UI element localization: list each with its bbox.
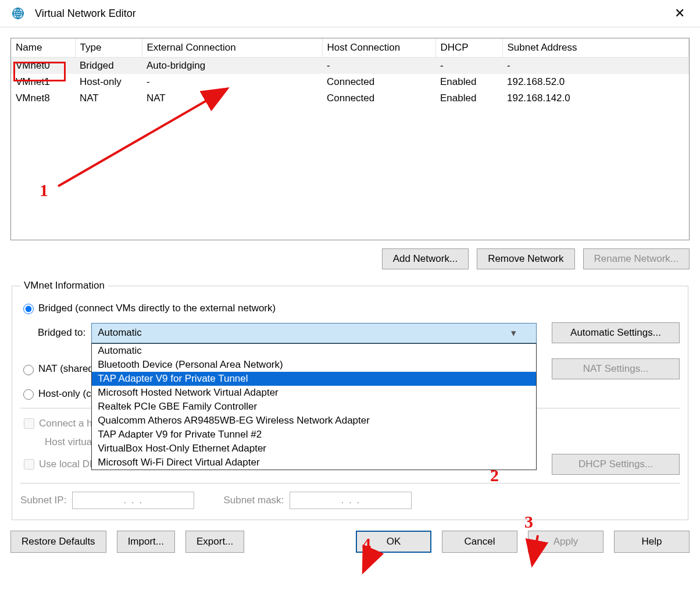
remove-network-button[interactable]: Remove Network bbox=[477, 248, 574, 269]
radio-nat[interactable] bbox=[23, 365, 34, 375]
automatic-settings-button[interactable]: Automatic Settings... bbox=[552, 322, 680, 343]
nat-settings-button: NAT Settings... bbox=[552, 358, 680, 379]
bridged-to-combo[interactable]: Automatic ▾ Automatic Bluetooth Device (… bbox=[91, 323, 537, 343]
check-use-local-dhcp-label: Use local DH bbox=[39, 458, 97, 470]
col-type[interactable]: Type bbox=[75, 38, 142, 58]
combo-dropdown[interactable]: Automatic Bluetooth Device (Personal Are… bbox=[91, 343, 537, 470]
networks-table[interactable]: Name Type External Connection Host Conne… bbox=[10, 38, 690, 240]
check-connect-host bbox=[24, 418, 34, 429]
annotation-1: 1 bbox=[40, 180, 48, 200]
restore-defaults-button[interactable]: Restore Defaults bbox=[10, 531, 106, 553]
globe-icon bbox=[12, 7, 24, 20]
col-name[interactable]: Name bbox=[11, 38, 75, 58]
col-subnet[interactable]: Subnet Address bbox=[502, 38, 689, 58]
group-legend: VMnet Information bbox=[20, 280, 108, 291]
radio-hostonly[interactable] bbox=[23, 389, 34, 400]
subnet-ip-label: Subnet IP: bbox=[20, 495, 66, 506]
col-ext[interactable]: External Connection bbox=[142, 38, 322, 58]
apply-button: Apply bbox=[528, 531, 603, 553]
col-dhcp[interactable]: DHCP bbox=[435, 38, 502, 58]
combo-option[interactable]: Qualcomm Atheros AR9485WB-EG Wireless Ne… bbox=[92, 414, 536, 428]
close-icon[interactable]: ✕ bbox=[669, 6, 691, 21]
bridged-to-label: Bridged to: bbox=[38, 327, 85, 339]
annotation-3: 3 bbox=[524, 512, 533, 532]
combo-option[interactable]: Realtek PCIe GBE Family Controller bbox=[92, 400, 536, 414]
combo-option[interactable]: Microsoft Hosted Network Virtual Adapter bbox=[92, 386, 536, 400]
table-row[interactable]: VMnet8 NAT NAT Connected Enabled 192.168… bbox=[11, 90, 689, 106]
export-button[interactable]: Export... bbox=[185, 531, 244, 553]
vmnet-info-group: VMnet Information Bridged (connect VMs d… bbox=[12, 280, 688, 520]
combo-option[interactable]: VirtualBox Host-Only Ethernet Adapter bbox=[92, 442, 536, 456]
combo-option[interactable]: TAP Adapter V9 for Private Tunnel bbox=[92, 372, 536, 386]
chevron-down-icon: ▾ bbox=[511, 327, 516, 339]
window-title: Virtual Network Editor bbox=[35, 8, 669, 20]
footer-buttons: Restore Defaults Import... Export... OK … bbox=[0, 520, 700, 563]
check-connect-host-label: Connect a h bbox=[39, 418, 92, 429]
combo-option[interactable]: Automatic bbox=[92, 344, 536, 358]
table-row[interactable]: VMnet0 Bridged Auto-bridging - - - bbox=[11, 58, 689, 74]
col-host[interactable]: Host Connection bbox=[322, 38, 435, 58]
dhcp-settings-button: DHCP Settings... bbox=[552, 454, 680, 475]
help-button[interactable]: Help bbox=[614, 531, 690, 553]
titlebar: Virtual Network Editor ✕ bbox=[0, 0, 700, 27]
subnet-ip-input: . . . bbox=[72, 492, 194, 509]
radio-bridged[interactable] bbox=[23, 304, 34, 314]
add-network-button[interactable]: Add Network... bbox=[382, 248, 469, 269]
subnet-mask-label: Subnet mask: bbox=[223, 495, 284, 506]
radio-bridged-label: Bridged (connect VMs directly to the ext… bbox=[38, 303, 276, 314]
radio-nat-label: NAT (shared bbox=[38, 363, 94, 375]
combo-option[interactable]: Bluetooth Device (Personal Area Network) bbox=[92, 358, 536, 372]
rename-network-button: Rename Network... bbox=[583, 248, 690, 269]
radio-hostonly-label: Host-only (c bbox=[38, 388, 91, 400]
subnet-mask-input: . . . bbox=[290, 492, 412, 509]
combo-option[interactable]: TAP Adapter V9 for Private Tunnel #2 bbox=[92, 428, 536, 442]
combo-option[interactable]: Microsoft Wi-Fi Direct Virtual Adapter bbox=[92, 456, 536, 470]
import-button[interactable]: Import... bbox=[117, 531, 175, 553]
annotation-4: 4 bbox=[362, 534, 371, 554]
combo-value: Automatic bbox=[98, 327, 142, 339]
host-virtual-label: Host virtual bbox=[45, 436, 94, 448]
table-row[interactable]: VMnet1 Host-only - Connected Enabled 192… bbox=[11, 74, 689, 90]
check-use-local-dhcp bbox=[24, 459, 34, 470]
cancel-button[interactable]: Cancel bbox=[442, 531, 517, 553]
